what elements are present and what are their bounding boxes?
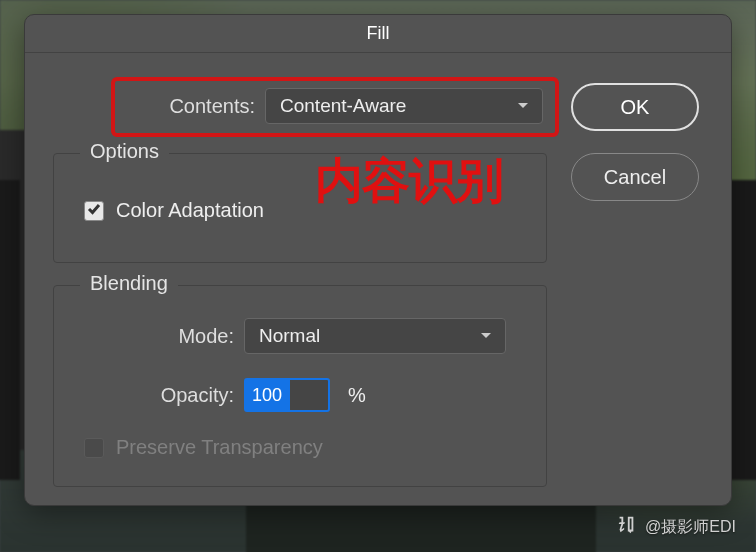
preserve-transparency-label: Preserve Transparency [116,436,323,459]
preserve-transparency-checkbox [84,438,104,458]
dialog-title: Fill [367,23,390,44]
chevron-down-icon [516,99,530,113]
mode-dropdown[interactable]: Normal [244,318,506,354]
blending-legend: Blending [80,272,178,295]
color-adaptation-checkbox[interactable] [84,201,104,221]
zhihu-icon [615,514,637,540]
chevron-down-icon [479,329,493,343]
contents-dropdown[interactable]: Content-Aware [265,88,543,124]
mode-value: Normal [259,325,320,347]
ok-button[interactable]: OK [571,83,699,131]
blending-fieldset: Blending Mode: Normal Opacity: 100 % [53,285,547,487]
checkmark-icon [87,202,101,220]
cancel-button[interactable]: Cancel [571,153,699,201]
fill-dialog: Fill Contents: Content-Aware OK Cancel 内… [24,14,732,506]
options-legend: Options [80,140,169,163]
mode-label: Mode: [154,325,234,348]
watermark-text: @摄影师EDI [645,517,736,538]
opacity-value: 100 [246,380,290,410]
watermark: @摄影师EDI [615,514,736,540]
dialog-titlebar: Fill [25,15,731,53]
contents-value: Content-Aware [280,95,406,117]
opacity-label: Opacity: [132,384,234,407]
options-fieldset: Options Color Adaptation [53,153,547,263]
color-adaptation-label: Color Adaptation [116,199,264,222]
contents-label: Contents: [125,95,255,118]
opacity-input[interactable]: 100 [244,378,330,412]
opacity-unit: % [348,384,366,407]
